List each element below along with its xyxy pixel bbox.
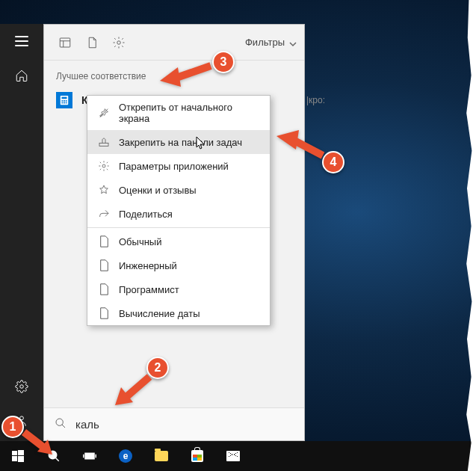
edge-icon[interactable]: e [108, 441, 143, 471]
unpin-icon [98, 107, 110, 119]
search-input[interactable]: каль [75, 418, 99, 431]
context-menu: Открепить от начального экрана Закрепить… [87, 95, 271, 326]
document-icon [98, 307, 110, 319]
home-icon[interactable] [0, 58, 43, 93]
svg-point-5 [117, 40, 121, 44]
ctx-share[interactable]: Поделиться [87, 202, 270, 226]
svg-rect-11 [62, 102, 64, 104]
svg-line-16 [100, 109, 108, 117]
settings-view-icon[interactable] [105, 29, 132, 56]
taskbar: e [0, 441, 476, 471]
svg-rect-13 [66, 102, 67, 104]
settings-icon[interactable] [0, 369, 43, 404]
document-icon [98, 283, 110, 295]
svg-point-18 [102, 164, 105, 167]
svg-rect-7 [62, 97, 67, 99]
store-icon[interactable] [179, 441, 215, 471]
menu-icon[interactable] [0, 24, 43, 58]
truncated-label: |кро: [306, 95, 325, 105]
ctx-label: Вычисление даты [119, 308, 200, 319]
ctx-app-settings[interactable]: Параметры приложений [87, 154, 270, 178]
search-icon [55, 417, 67, 432]
star-icon [98, 184, 110, 196]
gear-icon [98, 160, 110, 172]
svg-point-0 [20, 385, 24, 389]
ctx-mode-date[interactable]: Вычисление даты [87, 301, 270, 325]
svg-rect-17 [99, 143, 108, 146]
ctx-mode-standard[interactable]: Обычный [87, 230, 270, 253]
ctx-label: Закрепить на панели задач [119, 137, 242, 148]
file-explorer-icon[interactable] [143, 441, 179, 471]
separator [87, 227, 270, 228]
annotation-badge-3: 3 [212, 51, 235, 73]
annotation-arrow-2 [111, 372, 155, 413]
filters-dropdown[interactable]: Фильтры [245, 37, 297, 48]
desktop: |кро: [0, 0, 476, 471]
svg-rect-10 [66, 100, 67, 102]
apps-view-icon[interactable] [52, 29, 78, 56]
pin-taskbar-icon [98, 136, 110, 148]
svg-rect-8 [62, 100, 64, 102]
ctx-rate-review[interactable]: Оценки и отзывы [87, 178, 270, 202]
svg-line-24 [55, 458, 59, 461]
task-view-icon[interactable] [72, 441, 108, 471]
mail-icon[interactable] [215, 441, 251, 471]
annotation-arrow-3 [155, 60, 215, 93]
chevron-down-icon [289, 39, 297, 46]
start-rail [0, 24, 43, 441]
svg-rect-25 [85, 453, 94, 459]
svg-rect-2 [60, 38, 70, 47]
svg-line-15 [62, 425, 65, 428]
document-icon [98, 236, 110, 247]
ctx-label: Поделиться [119, 209, 173, 220]
annotation-arrow-1 [19, 429, 54, 459]
documents-view-icon[interactable] [78, 29, 105, 56]
document-icon [98, 259, 110, 271]
ctx-label: Программист [119, 284, 179, 295]
svg-rect-12 [64, 102, 65, 104]
ctx-label: Инженерный [119, 260, 177, 271]
ctx-mode-programmer[interactable]: Программист [87, 277, 270, 301]
torn-edge [464, 0, 476, 471]
svg-point-14 [56, 419, 63, 425]
search-panel-header: Фильтры [44, 25, 304, 61]
calculator-icon [56, 92, 72, 108]
ctx-label: Обычный [119, 236, 161, 247]
filters-label: Фильтры [245, 37, 285, 48]
svg-rect-19 [12, 451, 17, 455]
ctx-label: Параметры приложений [119, 161, 229, 172]
svg-rect-21 [12, 456, 17, 461]
ctx-label: Оценки и отзывы [119, 185, 197, 196]
search-input-row[interactable]: каль [44, 407, 304, 440]
ctx-unpin-start[interactable]: Открепить от начального экрана [87, 96, 270, 130]
share-icon [98, 208, 110, 220]
annotation-arrow-4 [272, 127, 329, 164]
ctx-pin-taskbar[interactable]: Закрепить на панели задач [87, 130, 270, 154]
ctx-label: Открепить от начального экрана [119, 102, 259, 124]
ctx-mode-scientific[interactable]: Инженерный [87, 253, 270, 277]
svg-rect-9 [64, 100, 65, 102]
